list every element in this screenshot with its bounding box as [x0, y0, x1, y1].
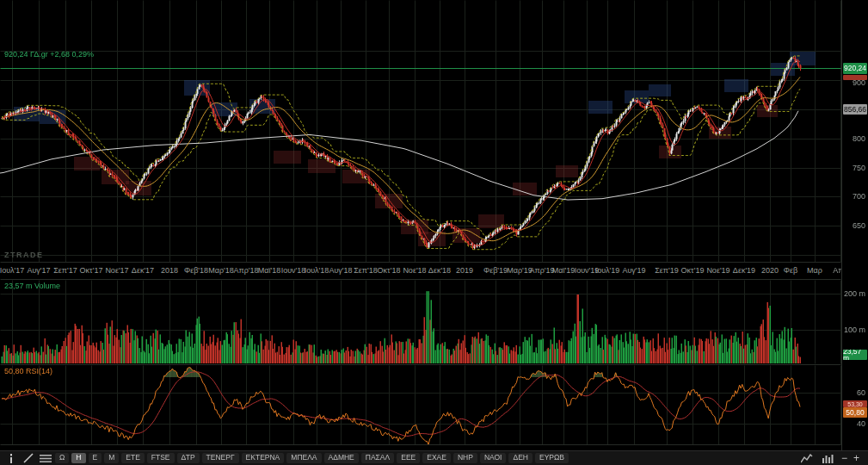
ticker-button-10[interactable]: ΝΗΡ — [453, 453, 477, 463]
time-axis-label: Μαϊ'18 — [258, 266, 280, 275]
time-axis-label: Μαϊ'19 — [552, 266, 575, 275]
time-axis-label: Σεπ'18 — [354, 266, 378, 275]
time-axis-label: Νοε'19 — [706, 266, 729, 275]
axis-value-label: 60 — [857, 388, 865, 397]
timeframe-group: ΩΗΕΜ — [55, 453, 119, 463]
ticker-button-13[interactable]: ΕΥΡΩΒ — [535, 453, 569, 463]
ticker-button-9[interactable]: ΕΧΑΕ — [422, 453, 451, 463]
bar-chart-style-button[interactable] — [821, 453, 835, 464]
ticker-button-8[interactable]: ΕΕΕ — [397, 453, 420, 463]
time-axis-label: Νοε'18 — [403, 266, 426, 275]
time-axis-label: Απρ'19 — [529, 266, 554, 275]
ticker-button-6[interactable]: ΑΔΜΗΕ — [324, 453, 359, 463]
axis-value-label: 800 — [853, 134, 865, 143]
price-badge — [843, 75, 867, 80]
time-axis-label: Ιουν'18 — [281, 266, 306, 275]
time-axis-label: Οκτ'18 — [378, 266, 401, 275]
price-badge: 920,24 — [843, 63, 867, 74]
chart-canvas[interactable] — [0, 0, 841, 445]
time-axis-label: Οκτ'17 — [80, 266, 103, 275]
info-button[interactable] — [3, 453, 18, 464]
time-axis-label: Αυγ'17 — [27, 266, 50, 275]
ticker-button-5[interactable]: ΜΠΕΛΑ — [286, 453, 321, 463]
list-icon — [40, 454, 52, 463]
bottom-toolbar: ΩΗΕΜ ΕΤΕFTSEΔΤΡΤΕΝΕΡΓΕΚΤΕΡΝΑΜΠΕΛΑΑΔΜΗΕΠΑ… — [0, 450, 868, 465]
time-axis-label: 2019 — [456, 266, 473, 275]
trend-line-icon — [23, 453, 34, 463]
ticker-group: ΕΤΕFTSEΔΤΡΤΕΝΕΡΓΕΚΤΕΡΝΑΜΠΕΛΑΑΔΜΗΕΠΑΣΑΛΕΕ… — [121, 453, 569, 463]
axis-value-label: 100 m — [844, 326, 865, 334]
time-axis-label: Μαρ'18 — [208, 266, 234, 275]
axis-value-label: 650 — [853, 221, 865, 230]
time-axis-label: Οκτ'19 — [681, 266, 705, 275]
ticker-button-3[interactable]: ΤΕΝΕΡΓ — [202, 453, 239, 463]
toolbar-right-group: − + — [800, 453, 865, 464]
ticker-button-4[interactable]: ΕΚΤΕΡΝΑ — [242, 453, 285, 463]
timeframe-button-1[interactable]: Η — [71, 453, 85, 463]
time-axis-label: Ιουλ'18 — [305, 266, 329, 275]
volume-badge: 23,57 m — [843, 350, 867, 360]
time-axis-label: Σεπ'17 — [53, 266, 77, 275]
axis-value-label: 750 — [853, 164, 865, 172]
time-axis-label: Μαρ — [807, 266, 822, 275]
time-axis-label: Μαρ'19 — [507, 266, 532, 275]
time-axis-label: Αυγ'18 — [329, 266, 352, 275]
info-icon — [7, 454, 15, 463]
time-axis-label: Φεβ — [784, 266, 797, 275]
time-axis-label: Νοε'17 — [105, 266, 128, 275]
price-axis[interactable]: 900800750700650200 m100 m6040920,24856,6… — [841, 0, 868, 450]
ticker-button-11[interactable]: ΝΑΟΙ — [480, 453, 507, 463]
line-tool-button[interactable] — [21, 453, 35, 464]
time-axis-label: Αυγ'19 — [622, 266, 645, 275]
bar-chart-icon — [822, 454, 834, 463]
timeframe-button-3[interactable]: Μ — [104, 453, 119, 463]
trading-chart-app: 920,24 ΓΔ.gr +2,68 0,29% ZTRADE 23,57 m … — [0, 0, 868, 465]
chart-overview-button[interactable] — [800, 453, 815, 464]
time-axis-label: Φεβ'18 — [184, 266, 208, 275]
time-axis-label: Δεκ'18 — [428, 266, 451, 275]
ticker-button-12[interactable]: ΔΕΗ — [508, 453, 532, 463]
ticker-button-7[interactable]: ΠΑΣΑΛ — [361, 453, 394, 463]
zoom-out-button[interactable]: − — [841, 453, 847, 463]
price-badge: 856,66 — [843, 104, 867, 115]
rsi-badge: 50,80 — [843, 407, 867, 418]
indicator-list-button[interactable] — [38, 453, 52, 464]
time-axis-label: Φεβ'19 — [483, 266, 508, 275]
axis-value-label: 200 m — [844, 289, 865, 298]
time-axis-label: Ιουλ'17 — [0, 266, 24, 275]
time-axis-label: Σεπ'19 — [655, 266, 679, 275]
time-axis-label: Απρ'18 — [233, 266, 258, 275]
rsi-badge: 53,30 — [843, 400, 867, 407]
ticker-button-2[interactable]: ΔΤΡ — [177, 453, 200, 463]
axis-value-label: 700 — [853, 192, 865, 201]
ticker-button-1[interactable]: FTSE — [147, 453, 175, 463]
timeframe-button-0[interactable]: Ω — [55, 453, 69, 463]
area-chart-icon — [801, 454, 813, 463]
time-axis-label: 2020 — [761, 266, 779, 275]
time-axis-label: 2018 — [161, 266, 178, 275]
time-axis[interactable]: Ιουλ'17Αυγ'17Σεπ'17Οκτ'17Νοε'17Δεκ'17201… — [0, 263, 840, 279]
time-axis-label: Δεκ'19 — [733, 266, 755, 275]
axis-value-label: 40 — [857, 419, 865, 428]
zoom-in-button[interactable]: + — [853, 453, 859, 463]
time-axis-label: Δεκ'17 — [132, 266, 154, 275]
timeframe-button-2[interactable]: Ε — [89, 453, 102, 463]
ticker-button-0[interactable]: ΕΤΕ — [121, 453, 145, 463]
time-axis-label: Ιουλ'19 — [595, 266, 620, 275]
